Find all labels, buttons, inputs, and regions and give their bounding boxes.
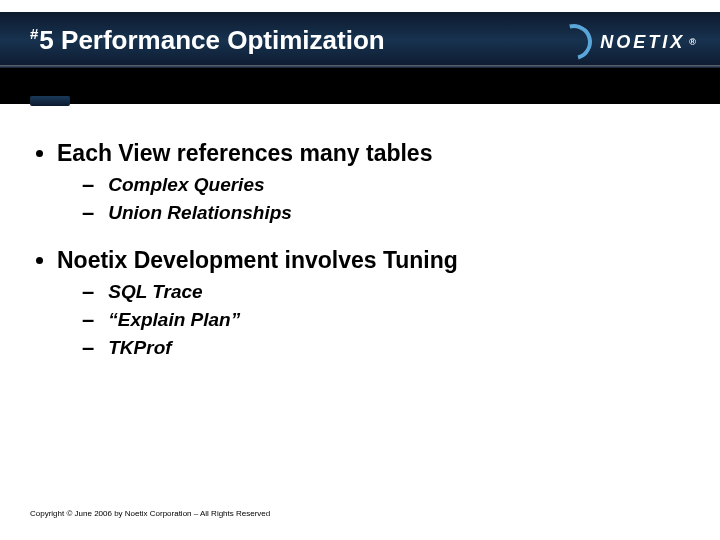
list-item: –SQL Trace xyxy=(82,280,690,304)
logo-text: NOETIX xyxy=(600,32,685,53)
list-item: –“Explain Plan” xyxy=(82,308,690,332)
bullet-text: Each View references many tables xyxy=(57,140,432,167)
dash-icon: – xyxy=(82,173,94,197)
list-item: Each View references many tables –Comple… xyxy=(36,140,690,225)
title-hash: # xyxy=(30,25,38,42)
dash-icon: – xyxy=(82,201,94,225)
title-number: 5 xyxy=(39,25,53,55)
list-item: –TKProf xyxy=(82,336,690,360)
sub-text: Union Relationships xyxy=(108,201,292,225)
dash-icon: – xyxy=(82,280,94,304)
list-item: –Union Relationships xyxy=(82,201,690,225)
registered-mark: ® xyxy=(689,37,696,47)
logo: NOETIX ® xyxy=(556,24,696,60)
bullet-text: Noetix Development involves Tuning xyxy=(57,247,458,274)
sub-bar xyxy=(0,68,720,104)
accent-tab xyxy=(30,96,70,106)
title-text: Performance Optimization xyxy=(54,25,385,55)
slide-title: #5 Performance Optimization xyxy=(30,25,385,56)
content-area: Each View references many tables –Comple… xyxy=(36,140,690,382)
bullet-icon xyxy=(36,257,43,264)
swoosh-icon xyxy=(550,17,599,66)
sub-list: –SQL Trace –“Explain Plan” –TKProf xyxy=(82,280,690,360)
sub-text: “Explain Plan” xyxy=(108,308,240,332)
sub-text: TKProf xyxy=(108,336,171,360)
sub-text: Complex Queries xyxy=(108,173,264,197)
sub-list: –Complex Queries –Union Relationships xyxy=(82,173,690,225)
copyright-footer: Copyright © June 2006 by Noetix Corporat… xyxy=(30,509,270,518)
bullet-list: Each View references many tables –Comple… xyxy=(36,140,690,360)
list-item: –Complex Queries xyxy=(82,173,690,197)
sub-text: SQL Trace xyxy=(108,280,202,304)
dash-icon: – xyxy=(82,308,94,332)
dash-icon: – xyxy=(82,336,94,360)
list-item: Noetix Development involves Tuning –SQL … xyxy=(36,247,690,360)
bullet-icon xyxy=(36,150,43,157)
